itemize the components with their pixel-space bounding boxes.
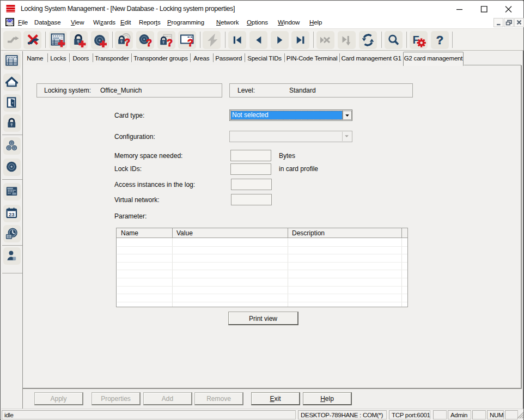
svg-text:?: ? xyxy=(167,38,173,47)
svg-text:?: ? xyxy=(146,38,152,48)
svg-text:?: ? xyxy=(124,37,130,47)
svg-text:23: 23 xyxy=(9,211,15,217)
svg-text:?: ? xyxy=(436,33,443,47)
svg-text:?: ? xyxy=(187,38,193,47)
